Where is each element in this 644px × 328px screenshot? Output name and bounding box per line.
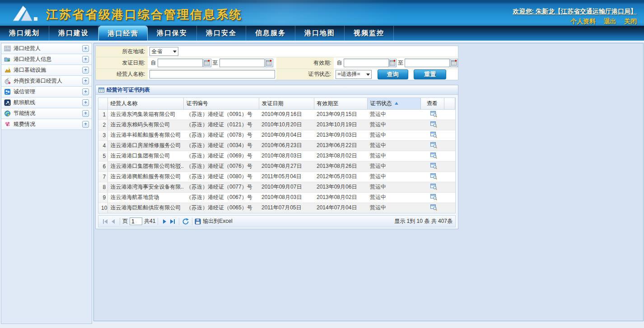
to-label: 至 (398, 59, 403, 67)
sidebar-item-flight-routes[interactable]: 航班航线 + (1, 97, 92, 108)
table-row[interactable]: 7 连云港港腾船舶服务有限公司 （苏连）港经证（0080）号 2011年05月0… (98, 171, 455, 182)
view-button[interactable] (430, 121, 437, 128)
refresh-button[interactable] (182, 217, 190, 226)
section-header: 经营许可证书列表 (96, 85, 458, 95)
main-content: 所在地域: 全省 发证日期: 自 至 有效期: (93, 43, 644, 321)
col-valid-until[interactable]: 有效期至 (314, 98, 367, 109)
fees-icon (4, 121, 11, 128)
expand-button[interactable]: + (82, 56, 89, 63)
sort-asc-icon (395, 100, 398, 105)
region-select[interactable]: 全省 (149, 47, 178, 56)
operator-name-input[interactable] (149, 70, 275, 79)
filter-panel: 所在地域: 全省 发证日期: 自 至 有效期: (95, 46, 458, 80)
issue-date-to-input[interactable] (219, 59, 265, 67)
tab-information-service[interactable]: 信息服务 (246, 26, 295, 41)
cert-number-cell: （苏连）港经证（0078）号 (183, 130, 259, 140)
sidebar-item-label: 港口基础设施 (14, 66, 82, 74)
table-row[interactable]: 2 连云港东粮码头有限公司 （苏连）港经证（0121）号 2010年10月20日… (98, 120, 455, 130)
view-button[interactable] (430, 111, 437, 117)
tab-video-monitoring[interactable]: 视频监控 (345, 26, 394, 41)
table-row[interactable]: 6 连云港港口集团有限公司轮驳... （苏连）港经证（0076）号 2010年0… (98, 161, 455, 171)
sidebar-item-operator-info[interactable]: 港口经营人信息 + (1, 54, 92, 65)
view-button[interactable] (430, 131, 437, 138)
export-excel-button[interactable]: 输出到Excel (195, 217, 232, 225)
row-number: 1 (98, 109, 107, 120)
expand-button[interactable]: + (82, 99, 89, 106)
prev-page-icon (110, 218, 117, 225)
calendar-button[interactable] (450, 59, 458, 67)
sidebar-item-fees[interactable]: 规费情况 + (1, 119, 92, 130)
validity-to-input[interactable] (405, 59, 450, 67)
view-button[interactable] (430, 142, 437, 148)
tab-port-map[interactable]: 港口地图 (295, 26, 345, 41)
col-view: 查看 (420, 98, 444, 109)
sidebar-item-label: 航班航线 (14, 99, 82, 106)
tab-port-safety[interactable]: 港口安全 (197, 26, 246, 41)
col-cert-status[interactable]: 证书状态 (367, 98, 420, 109)
close-link[interactable]: 关闭 (624, 18, 637, 25)
cert-status-cell: 营运中 (367, 120, 420, 130)
issue-date-from-input[interactable] (158, 59, 203, 67)
sidebar-item-port-infrastructure[interactable]: 港口基础设施 + (1, 65, 92, 76)
sidebar-item-label: 港口经营人信息 (14, 55, 82, 63)
expand-button[interactable]: + (82, 121, 89, 128)
cert-status-cell: 营运中 (367, 203, 420, 213)
pager-separator (179, 218, 179, 225)
table-row[interactable]: 9 连云港海航基地货场 （苏连）港经证（0067）号 2010年08月03日 2… (98, 192, 455, 203)
table-row[interactable]: 3 连云港丰裕船舶服务有限公司 （苏连）港经证（0078）号 2010年09月0… (98, 130, 455, 140)
last-page-button[interactable] (168, 217, 177, 226)
calendar-button[interactable] (203, 59, 211, 67)
col-cert-number[interactable]: 证书编号 (183, 98, 259, 109)
prev-page-button[interactable] (109, 217, 117, 226)
view-button[interactable] (430, 162, 437, 169)
cert-number-cell: （苏连）港经证（0069）号 (183, 151, 259, 161)
logout-link[interactable]: 退出 (604, 18, 616, 25)
sidebar-item-foreign-invested-operators[interactable]: 外商投资港口经营人 + (1, 76, 92, 87)
view-button[interactable] (430, 204, 437, 211)
col-issue-date[interactable]: 发证日期 (259, 98, 314, 109)
cert-status-cell: 营运中 (367, 171, 420, 182)
view-button[interactable] (430, 152, 437, 159)
expand-button[interactable]: + (82, 88, 89, 95)
view-button[interactable] (430, 194, 437, 200)
view-icon (430, 204, 437, 211)
view-button[interactable] (430, 173, 437, 180)
expand-button[interactable]: + (82, 45, 89, 52)
newspaper-icon (4, 45, 11, 52)
expand-button[interactable]: + (82, 67, 89, 74)
tab-port-planning[interactable]: 港口规划 (0, 26, 49, 41)
tab-port-security[interactable]: 港口保安 (148, 26, 197, 41)
table-row[interactable]: 5 连云港港口集团有限公司 （苏连）港经证（0069）号 2010年08月03日… (98, 151, 455, 161)
cert-status-select[interactable]: =请选择= (336, 70, 372, 79)
next-page-button[interactable] (160, 217, 168, 226)
page-input[interactable] (130, 217, 142, 225)
table-row[interactable]: 1 连云港东鸿集装箱有限公司 （苏连）港经证（0091）号 2010年09月16… (98, 109, 455, 120)
search-button[interactable]: 查询 (378, 69, 408, 79)
expand-button[interactable]: + (82, 110, 89, 117)
table-row[interactable]: 10 连云港海巨船舶供应有限公司 （苏连）港经证（0065）号 2011年07月… (98, 203, 455, 213)
expand-button[interactable]: + (82, 78, 89, 84)
operator-name-cell: 连云港丰裕船舶服务有限公司 (107, 130, 183, 140)
sidebar-item-energy-saving[interactable]: 节能情况 + (1, 108, 92, 119)
app-title: 江苏省省级港口综合管理信息系统 (46, 7, 243, 23)
filler-cell (444, 182, 455, 192)
cert-number-cell: （苏连）港经证（0080）号 (183, 171, 259, 182)
refresh-icon (182, 218, 189, 225)
validity-from-input[interactable] (344, 59, 389, 67)
excel-save-icon (195, 218, 201, 225)
profile-link[interactable]: 个人资料 (570, 18, 596, 25)
view-icon (430, 111, 437, 117)
calendar-button[interactable] (265, 59, 273, 67)
view-button[interactable] (430, 183, 437, 190)
reset-button[interactable]: 重置 (414, 69, 446, 79)
table-row[interactable]: 4 连云港港口房屋维修服务公司 （苏连）港经证（0034）号 2010年06月2… (98, 140, 455, 151)
calendar-button[interactable] (389, 59, 397, 67)
tab-port-construction[interactable]: 港口建设 (49, 26, 98, 41)
table-row[interactable]: 8 连云港港湾海事安全设备有限... （苏连）港经证（0077）号 2010年0… (98, 182, 455, 192)
first-page-button[interactable] (101, 217, 109, 226)
sidebar-item-integrity-management[interactable]: 诚信管理 + (1, 87, 92, 97)
view-icon (430, 131, 437, 138)
col-operator-name[interactable]: 经营人名称 (107, 98, 183, 109)
tab-port-operation[interactable]: 港口经营 (98, 26, 148, 41)
sidebar-item-port-operators[interactable]: 港口经营人 + (1, 43, 92, 54)
